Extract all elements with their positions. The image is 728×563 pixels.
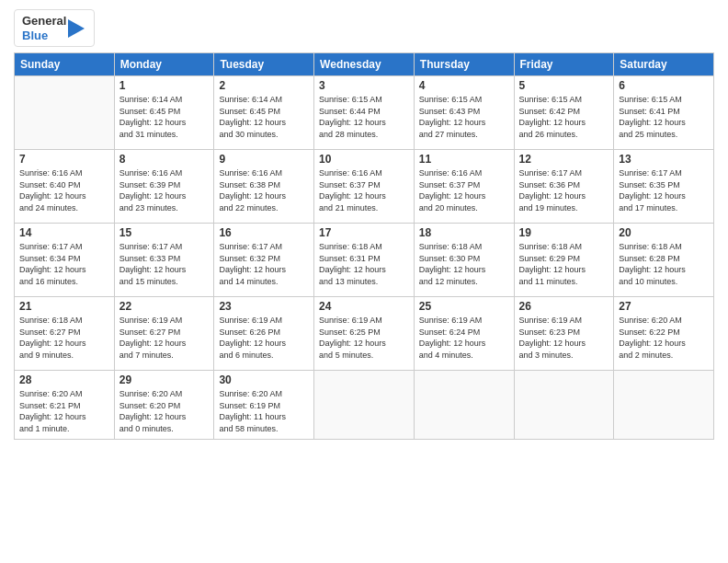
calendar-cell bbox=[614, 371, 714, 440]
weekday-thursday: Thursday bbox=[414, 53, 514, 76]
calendar-table: SundayMondayTuesdayWednesdayThursdayFrid… bbox=[14, 52, 714, 440]
day-number: 2 bbox=[219, 79, 309, 92]
day-number: 19 bbox=[519, 226, 609, 239]
day-number: 15 bbox=[119, 226, 210, 239]
day-number: 29 bbox=[119, 373, 210, 386]
day-number: 6 bbox=[619, 79, 709, 92]
calendar-cell bbox=[414, 371, 514, 440]
day-info: Sunrise: 6:18 AM Sunset: 6:30 PM Dayligh… bbox=[419, 241, 509, 287]
weekday-sunday: Sunday bbox=[15, 53, 115, 76]
day-info: Sunrise: 6:14 AM Sunset: 6:45 PM Dayligh… bbox=[119, 94, 210, 140]
calendar-cell: 14Sunrise: 6:17 AM Sunset: 6:34 PM Dayli… bbox=[15, 224, 115, 297]
calendar-cell: 5Sunrise: 6:15 AM Sunset: 6:42 PM Daylig… bbox=[514, 76, 614, 150]
day-info: Sunrise: 6:18 AM Sunset: 6:29 PM Dayligh… bbox=[519, 241, 609, 287]
day-info: Sunrise: 6:19 AM Sunset: 6:26 PM Dayligh… bbox=[219, 315, 309, 361]
day-number: 24 bbox=[319, 300, 409, 313]
day-info: Sunrise: 6:20 AM Sunset: 6:22 PM Dayligh… bbox=[619, 315, 709, 361]
weekday-header-row: SundayMondayTuesdayWednesdayThursdayFrid… bbox=[15, 53, 714, 76]
day-info: Sunrise: 6:16 AM Sunset: 6:39 PM Dayligh… bbox=[119, 167, 210, 213]
day-number: 16 bbox=[219, 226, 309, 239]
day-number: 26 bbox=[519, 300, 609, 313]
day-info: Sunrise: 6:17 AM Sunset: 6:34 PM Dayligh… bbox=[19, 241, 109, 287]
calendar-cell: 20Sunrise: 6:18 AM Sunset: 6:28 PM Dayli… bbox=[614, 224, 714, 297]
week-row-1: 7Sunrise: 6:16 AM Sunset: 6:40 PM Daylig… bbox=[15, 150, 714, 224]
day-info: Sunrise: 6:19 AM Sunset: 6:23 PM Dayligh… bbox=[519, 315, 609, 361]
calendar-cell bbox=[514, 371, 614, 440]
day-info: Sunrise: 6:16 AM Sunset: 6:37 PM Dayligh… bbox=[419, 167, 509, 213]
page: GeneralBlue SundayMondayTuesdayWednesday… bbox=[0, 0, 728, 563]
day-info: Sunrise: 6:15 AM Sunset: 6:41 PM Dayligh… bbox=[619, 94, 709, 140]
day-info: Sunrise: 6:16 AM Sunset: 6:37 PM Dayligh… bbox=[319, 167, 409, 213]
day-info: Sunrise: 6:20 AM Sunset: 6:21 PM Dayligh… bbox=[19, 388, 109, 434]
calendar-cell: 29Sunrise: 6:20 AM Sunset: 6:20 PM Dayli… bbox=[114, 371, 214, 440]
day-number: 23 bbox=[219, 300, 309, 313]
day-number: 10 bbox=[319, 153, 409, 166]
day-info: Sunrise: 6:19 AM Sunset: 6:25 PM Dayligh… bbox=[319, 315, 409, 361]
logo-arrow-icon bbox=[68, 15, 86, 42]
calendar-cell: 25Sunrise: 6:19 AM Sunset: 6:24 PM Dayli… bbox=[414, 297, 514, 371]
calendar-cell: 18Sunrise: 6:18 AM Sunset: 6:30 PM Dayli… bbox=[414, 224, 514, 297]
day-info: Sunrise: 6:18 AM Sunset: 6:28 PM Dayligh… bbox=[619, 241, 709, 287]
weekday-monday: Monday bbox=[114, 53, 214, 76]
week-row-0: 1Sunrise: 6:14 AM Sunset: 6:45 PM Daylig… bbox=[15, 76, 714, 150]
week-row-4: 28Sunrise: 6:20 AM Sunset: 6:21 PM Dayli… bbox=[15, 371, 714, 440]
day-info: Sunrise: 6:17 AM Sunset: 6:35 PM Dayligh… bbox=[619, 167, 709, 213]
calendar-cell: 19Sunrise: 6:18 AM Sunset: 6:29 PM Dayli… bbox=[514, 224, 614, 297]
day-info: Sunrise: 6:16 AM Sunset: 6:38 PM Dayligh… bbox=[219, 167, 309, 213]
day-number: 28 bbox=[19, 373, 109, 386]
calendar-cell: 22Sunrise: 6:19 AM Sunset: 6:27 PM Dayli… bbox=[114, 297, 214, 371]
calendar-cell: 27Sunrise: 6:20 AM Sunset: 6:22 PM Dayli… bbox=[614, 297, 714, 371]
calendar-cell: 28Sunrise: 6:20 AM Sunset: 6:21 PM Dayli… bbox=[15, 371, 115, 440]
day-number: 13 bbox=[619, 153, 709, 166]
day-number: 7 bbox=[19, 153, 109, 166]
day-number: 1 bbox=[119, 79, 210, 92]
weekday-friday: Friday bbox=[514, 53, 614, 76]
day-number: 5 bbox=[519, 79, 609, 92]
calendar-cell: 13Sunrise: 6:17 AM Sunset: 6:35 PM Dayli… bbox=[614, 150, 714, 224]
day-info: Sunrise: 6:20 AM Sunset: 6:19 PM Dayligh… bbox=[219, 388, 309, 434]
day-number: 22 bbox=[119, 300, 210, 313]
day-info: Sunrise: 6:14 AM Sunset: 6:45 PM Dayligh… bbox=[219, 94, 309, 140]
day-number: 21 bbox=[19, 300, 109, 313]
calendar-cell: 1Sunrise: 6:14 AM Sunset: 6:45 PM Daylig… bbox=[114, 76, 214, 150]
calendar-cell: 8Sunrise: 6:16 AM Sunset: 6:39 PM Daylig… bbox=[114, 150, 214, 224]
day-info: Sunrise: 6:19 AM Sunset: 6:27 PM Dayligh… bbox=[119, 315, 210, 361]
calendar-cell: 10Sunrise: 6:16 AM Sunset: 6:37 PM Dayli… bbox=[314, 150, 415, 224]
calendar-cell: 3Sunrise: 6:15 AM Sunset: 6:44 PM Daylig… bbox=[314, 76, 415, 150]
calendar-cell: 17Sunrise: 6:18 AM Sunset: 6:31 PM Dayli… bbox=[314, 224, 415, 297]
day-number: 30 bbox=[219, 373, 309, 386]
weekday-saturday: Saturday bbox=[614, 53, 714, 76]
day-info: Sunrise: 6:15 AM Sunset: 6:44 PM Dayligh… bbox=[319, 94, 409, 140]
day-info: Sunrise: 6:18 AM Sunset: 6:27 PM Dayligh… bbox=[19, 315, 109, 361]
calendar-cell: 6Sunrise: 6:15 AM Sunset: 6:41 PM Daylig… bbox=[614, 76, 714, 150]
calendar-cell: 23Sunrise: 6:19 AM Sunset: 6:26 PM Dayli… bbox=[214, 297, 314, 371]
day-number: 25 bbox=[419, 300, 509, 313]
day-info: Sunrise: 6:17 AM Sunset: 6:33 PM Dayligh… bbox=[119, 241, 210, 287]
day-number: 12 bbox=[519, 153, 609, 166]
calendar-cell: 7Sunrise: 6:16 AM Sunset: 6:40 PM Daylig… bbox=[15, 150, 115, 224]
weekday-wednesday: Wednesday bbox=[314, 53, 415, 76]
calendar-cell: 2Sunrise: 6:14 AM Sunset: 6:45 PM Daylig… bbox=[214, 76, 314, 150]
calendar-cell: 30Sunrise: 6:20 AM Sunset: 6:19 PM Dayli… bbox=[214, 371, 314, 440]
calendar-cell: 4Sunrise: 6:15 AM Sunset: 6:43 PM Daylig… bbox=[414, 76, 514, 150]
day-number: 14 bbox=[19, 226, 109, 239]
calendar-cell bbox=[314, 371, 415, 440]
day-number: 3 bbox=[319, 79, 409, 92]
day-number: 18 bbox=[419, 226, 509, 239]
day-info: Sunrise: 6:19 AM Sunset: 6:24 PM Dayligh… bbox=[419, 315, 509, 361]
calendar-cell: 21Sunrise: 6:18 AM Sunset: 6:27 PM Dayli… bbox=[15, 297, 115, 371]
day-info: Sunrise: 6:18 AM Sunset: 6:31 PM Dayligh… bbox=[319, 241, 409, 287]
day-number: 9 bbox=[219, 153, 309, 166]
week-row-2: 14Sunrise: 6:17 AM Sunset: 6:34 PM Dayli… bbox=[15, 224, 714, 297]
day-number: 20 bbox=[619, 226, 709, 239]
day-number: 11 bbox=[419, 153, 509, 166]
calendar-cell: 16Sunrise: 6:17 AM Sunset: 6:32 PM Dayli… bbox=[214, 224, 314, 297]
day-info: Sunrise: 6:17 AM Sunset: 6:36 PM Dayligh… bbox=[519, 167, 609, 213]
day-info: Sunrise: 6:16 AM Sunset: 6:40 PM Dayligh… bbox=[19, 167, 109, 213]
header: GeneralBlue bbox=[14, 9, 714, 47]
calendar-cell: 15Sunrise: 6:17 AM Sunset: 6:33 PM Dayli… bbox=[114, 224, 214, 297]
day-info: Sunrise: 6:17 AM Sunset: 6:32 PM Dayligh… bbox=[219, 241, 309, 287]
day-number: 27 bbox=[619, 300, 709, 313]
calendar-cell bbox=[15, 76, 115, 150]
calendar-cell: 11Sunrise: 6:16 AM Sunset: 6:37 PM Dayli… bbox=[414, 150, 514, 224]
